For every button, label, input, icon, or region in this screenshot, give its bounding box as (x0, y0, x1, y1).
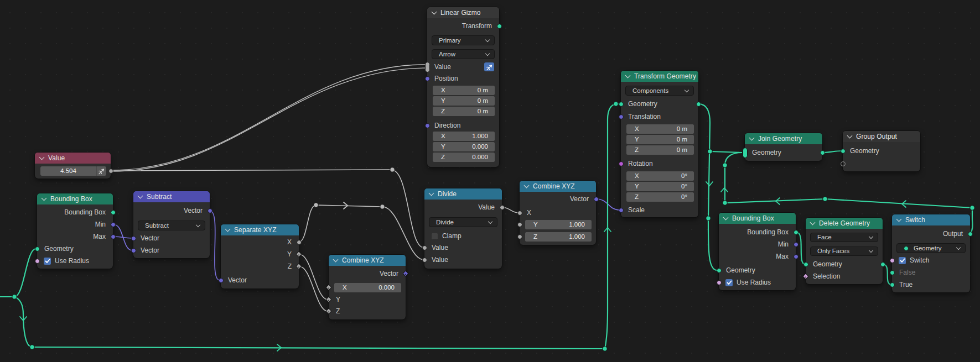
field-z[interactable]: Z1.000 (525, 232, 592, 242)
reroute-node[interactable] (823, 197, 827, 201)
field-x[interactable]: X0 m (433, 86, 495, 95)
socket-geometry-output[interactable] (880, 262, 885, 267)
socket-scale[interactable] (619, 208, 624, 213)
socket-z[interactable] (517, 234, 522, 239)
socket-min[interactable] (111, 222, 116, 227)
socket-translation[interactable] (619, 114, 624, 119)
collapse-chevron-icon[interactable] (810, 219, 816, 225)
gizmo-dial-icon[interactable] (96, 166, 106, 176)
node-header[interactable]: Divide (424, 188, 502, 200)
reroute-node[interactable] (723, 163, 727, 167)
node-header[interactable]: Linear Gizmo (427, 7, 499, 18)
node-combine-xyz-mid[interactable]: Combine XYZVectorX0.000YZ (329, 255, 406, 319)
node-header[interactable]: Switch (892, 214, 970, 225)
socket-position[interactable] (425, 76, 430, 81)
node-join-geometry[interactable]: Join GeometryGeometry (745, 133, 822, 161)
socket-virtual[interactable] (841, 161, 846, 166)
field-z[interactable]: Z0 m (626, 145, 694, 155)
gizmo-toggle-button[interactable] (484, 62, 494, 71)
socket-true[interactable] (890, 282, 895, 287)
dropdown-arrow[interactable]: Arrow (432, 49, 495, 59)
socket-vector[interactable] (131, 248, 136, 253)
socket-vector[interactable] (594, 197, 599, 202)
socket-geometry[interactable] (841, 149, 846, 154)
reroute-node[interactable] (970, 206, 974, 210)
socket-geometry-output[interactable] (820, 150, 825, 155)
socket-value[interactable] (422, 245, 427, 250)
dropdown-subtract[interactable]: Subtract (138, 221, 205, 230)
collapse-chevron-icon[interactable] (138, 193, 143, 198)
value-slider[interactable]: 4.504 (40, 166, 106, 176)
socket-vector[interactable] (219, 278, 224, 283)
field-y[interactable]: Y0 m (626, 135, 694, 144)
socket-geometry[interactable] (717, 268, 722, 273)
socket-false[interactable] (890, 270, 895, 275)
collapse-chevron-icon[interactable] (42, 195, 47, 201)
collapse-chevron-icon[interactable] (847, 133, 853, 138)
socket-bounding-box[interactable] (794, 230, 798, 235)
socket-output[interactable] (968, 232, 973, 237)
socket-x[interactable] (517, 211, 522, 216)
field-x[interactable]: X0° (626, 171, 694, 181)
node-value[interactable]: Value4.504 (35, 153, 111, 179)
socket-bounding-box[interactable] (111, 210, 116, 215)
node-header[interactable]: Group Output (843, 131, 920, 142)
reroute-node[interactable] (706, 216, 711, 221)
node-header[interactable]: Subtract (133, 191, 210, 202)
field-x[interactable]: X1.000 (433, 132, 495, 141)
node-combine-xyz-right[interactable]: Combine XYZVectorXY1.000Z1.000 (520, 181, 596, 245)
collapse-chevron-icon[interactable] (39, 154, 45, 160)
node-divide[interactable]: DivideValueDivideClampValueValue (424, 188, 502, 269)
node-delete-geometry[interactable]: Delete GeometryFaceOnly FacesGeometrySel… (806, 218, 883, 284)
field-z[interactable]: Z0 m (433, 107, 495, 116)
node-header[interactable]: Bounding Box (37, 193, 113, 204)
reroute-node[interactable] (708, 149, 712, 154)
checkbox-use-radius[interactable] (44, 258, 51, 265)
field-x[interactable]: X0.000 (334, 283, 401, 292)
reroute-node[interactable] (314, 203, 318, 207)
node-linear-gizmo[interactable]: Linear GizmoTransformPrimaryArrowValuePo… (427, 7, 499, 167)
socket-rotation[interactable] (619, 161, 624, 166)
dropdown-primary[interactable]: Primary (432, 35, 495, 45)
reroute-node[interactable] (614, 102, 618, 106)
socket-x[interactable] (297, 240, 302, 245)
socket-geometry[interactable] (35, 246, 40, 251)
checkbox-switch[interactable] (899, 257, 906, 264)
node-header[interactable]: Separate XYZ (221, 224, 299, 235)
socket-direction[interactable] (425, 123, 430, 128)
field-y[interactable]: Y0.000 (433, 142, 495, 151)
collapse-chevron-icon[interactable] (429, 190, 434, 196)
reroute-node[interactable] (603, 347, 607, 351)
node-separate-xyz[interactable]: Separate XYZXYZVector (221, 224, 299, 288)
checkbox-clamp[interactable] (431, 233, 438, 240)
socket-min[interactable] (794, 242, 798, 247)
socket-geometry[interactable] (743, 148, 748, 158)
node-header[interactable]: Delete Geometry (806, 218, 883, 229)
socket-max[interactable] (111, 234, 116, 239)
collapse-chevron-icon[interactable] (723, 214, 729, 220)
field-z[interactable]: Z0° (626, 192, 694, 202)
collapse-chevron-icon[interactable] (225, 226, 231, 232)
dropdown-face[interactable]: Face (810, 233, 878, 242)
socket-value-output[interactable] (108, 169, 113, 174)
node-switch[interactable]: SwitchOutputGeometrySwitchFalseTrue (892, 214, 970, 292)
socket-geometry-output[interactable] (696, 102, 701, 107)
dropdown-components[interactable]: Components (625, 86, 694, 96)
collapse-chevron-icon[interactable] (524, 182, 530, 188)
node-group-output[interactable]: Group OutputGeometry (843, 131, 920, 171)
socket-value[interactable] (425, 62, 430, 72)
node-header[interactable]: Bounding Box (719, 213, 796, 224)
field-z[interactable]: Z0.000 (433, 153, 495, 162)
node-subtract[interactable]: SubtractVectorSubtractVectorVector (133, 191, 210, 258)
socket-y[interactable] (517, 222, 522, 227)
node-transform-geometry[interactable]: Transform GeometryComponentsGeometryTran… (621, 71, 698, 217)
collapse-chevron-icon[interactable] (333, 256, 339, 262)
socket-value[interactable] (422, 258, 427, 263)
collapse-chevron-icon[interactable] (896, 216, 902, 222)
socket-max[interactable] (794, 254, 798, 259)
reroute-node[interactable] (723, 201, 727, 205)
socket-vector[interactable] (208, 208, 212, 213)
node-bounding-box-1[interactable]: Bounding BoxBounding BoxMinMaxGeometryUs… (37, 193, 113, 269)
field-y[interactable]: Y0° (626, 182, 694, 191)
collapse-chevron-icon[interactable] (625, 72, 631, 78)
